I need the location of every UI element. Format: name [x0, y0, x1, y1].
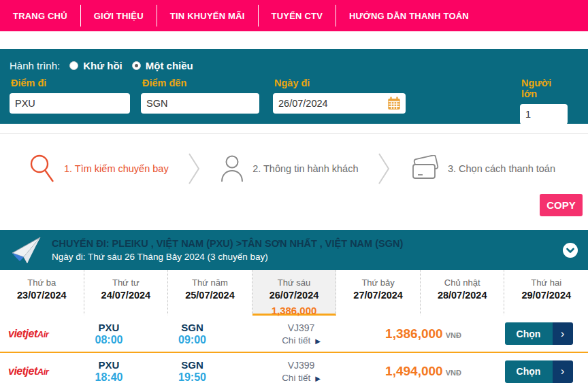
- details-link[interactable]: Chi tiết▶: [245, 335, 357, 346]
- radio-one-way-label: Một chiều: [146, 60, 193, 71]
- adults-label: Người lớn: [521, 78, 568, 99]
- date-tab-mon[interactable]: Thứ hai 29/07/2024: [504, 270, 588, 316]
- tab-day: Thứ ba: [0, 277, 84, 288]
- origin-label: Điểm đi: [11, 78, 130, 88]
- copy-button[interactable]: COPY: [540, 194, 583, 216]
- flight-number: VJ399: [245, 360, 357, 371]
- tab-date: 25/07/2024: [168, 290, 252, 301]
- trip-summary-subtitle: Ngày đi: Thứ sáu 26 Tháng Bảy 2024 (3 ch…: [52, 252, 403, 262]
- vietjet-logo: vietjetAir: [8, 365, 48, 377]
- date-tab-wed[interactable]: Thứ tư 24/07/2024: [84, 270, 169, 316]
- triangle-right-icon: ▶: [315, 375, 321, 382]
- tab-date: 28/07/2024: [421, 290, 504, 301]
- radio-round-trip-label: Khứ hồi: [83, 60, 122, 71]
- tab-day: Thứ sáu: [252, 277, 336, 288]
- arrival-cell: SGN 19:50: [140, 359, 245, 384]
- flight-row: vietjetAir PXU 08:00 SGN 09:00 VJ397 Chi…: [0, 316, 588, 353]
- arrival-time: 19:50: [140, 371, 245, 384]
- origin-input[interactable]: [10, 93, 130, 114]
- depart-date-input[interactable]: [273, 93, 406, 114]
- tab-day: Chủ nhật: [421, 277, 504, 288]
- adults-input[interactable]: [520, 104, 568, 124]
- cards-icon: [410, 155, 440, 182]
- nav-item-recruit-ctv[interactable]: TUYỂN CTV: [259, 0, 336, 31]
- top-navigation: TRANG CHỦ GIỚI THIỆU TIN KHUYẾN MÃI TUYỂ…: [0, 0, 588, 31]
- step-passenger-info: 2. Thông tin hành khách: [220, 154, 358, 183]
- chevron-right-icon[interactable]: ›: [553, 360, 573, 383]
- trip-summary-bar: CHUYẾN ĐI: PLEIKU , VIỆT NAM (PXU) >TÂN …: [0, 230, 588, 270]
- departure-cell: PXU 08:00: [78, 322, 140, 346]
- nav-item-home[interactable]: TRANG CHỦ: [0, 0, 80, 31]
- date-tab-sun[interactable]: Chủ nhật 28/07/2024: [421, 270, 505, 316]
- departure-cell: PXU 18:40: [78, 359, 140, 384]
- select-flight-button[interactable]: Chọn ›: [505, 322, 573, 345]
- tab-date: 26/07/2024: [252, 290, 336, 301]
- vietjet-logo: vietjetAir: [8, 328, 48, 339]
- radio-icon[interactable]: [132, 61, 141, 70]
- arrival-time: 09:00: [140, 334, 245, 346]
- details-link[interactable]: Chi tiết▶: [245, 373, 357, 383]
- step-payment-method: 3. Chọn cách thanh toán: [410, 155, 555, 182]
- tab-day: Thứ hai: [504, 277, 588, 288]
- currency-label: VNĐ: [446, 369, 461, 377]
- tab-day: Thứ tư: [84, 277, 168, 288]
- step-label: 1. Tìm kiếm chuyến bay: [64, 163, 169, 174]
- arrival-code: SGN: [140, 359, 245, 371]
- tab-day: Thứ bảy: [336, 277, 420, 288]
- step-label: 3. Chọn cách thanh toán: [448, 163, 555, 174]
- flight-row: vietjetAir PXU 18:40 SGN 19:50 VJ399 Chi…: [0, 353, 588, 387]
- tab-date: 23/07/2024: [0, 290, 84, 301]
- date-tab-thu[interactable]: Thứ năm 25/07/2024: [168, 270, 252, 316]
- select-label[interactable]: Chọn: [505, 322, 553, 345]
- destination-input[interactable]: [141, 93, 259, 114]
- departure-code: PXU: [78, 322, 140, 333]
- date-tab-sat[interactable]: Thứ bảy 27/07/2024: [336, 270, 421, 316]
- tab-date: 27/07/2024: [336, 290, 420, 301]
- nav-item-payment-guide[interactable]: HƯỚNG DẪN THANH TOÁN: [336, 0, 482, 31]
- chevron-right-icon: [378, 152, 390, 186]
- tab-day: Thứ năm: [168, 277, 252, 288]
- destination-label: Điểm đến: [142, 78, 259, 88]
- departure-time: 18:40: [78, 371, 140, 384]
- calendar-icon[interactable]: [387, 97, 401, 110]
- arrival-code: SGN: [140, 322, 245, 333]
- nav-item-about[interactable]: GIỚI THIỆU: [81, 0, 157, 31]
- tab-lowest-price: 1,386,000: [252, 305, 336, 316]
- radio-icon[interactable]: [69, 61, 78, 70]
- paper-plane-icon: [10, 236, 42, 265]
- triangle-right-icon: ▶: [315, 337, 321, 345]
- tab-date: 29/07/2024: [504, 290, 588, 301]
- trip-type-label: Hành trình:: [10, 60, 60, 71]
- person-icon: [220, 154, 244, 183]
- depart-date-label: Ngày đi: [274, 78, 406, 88]
- radio-one-way[interactable]: Một chiều: [132, 60, 193, 71]
- radio-round-trip[interactable]: Khứ hồi: [69, 60, 122, 71]
- chevron-right-icon: [188, 152, 200, 186]
- departure-code: PXU: [78, 359, 140, 371]
- select-flight-button[interactable]: Chọn ›: [505, 360, 573, 383]
- date-tab-tue[interactable]: Thứ ba 23/07/2024: [0, 270, 84, 316]
- step-search-flights: 1. Tìm kiếm chuyến bay: [27, 153, 169, 184]
- currency-label: VNĐ: [446, 331, 461, 339]
- tab-date: 24/07/2024: [84, 290, 168, 301]
- step-label: 2. Thông tin hành khách: [252, 163, 358, 174]
- fare-price: 1,386,000: [385, 326, 443, 341]
- fare-price: 1,494,000: [385, 364, 443, 378]
- trip-summary-title: CHUYẾN ĐI: PLEIKU , VIỆT NAM (PXU) >TÂN …: [52, 238, 403, 249]
- flight-search-form: Hành trình: Khứ hồi Một chiều Điểm đi Đi…: [0, 49, 588, 124]
- chevron-right-icon[interactable]: ›: [553, 322, 573, 345]
- booking-steps-section: 1. Tìm kiếm chuyến bay 2. Thông tin hành…: [0, 133, 588, 230]
- nav-item-promotions[interactable]: TIN KHUYẾN MÃI: [157, 0, 258, 31]
- date-tab-fri-selected[interactable]: Thứ sáu 26/07/2024 1,386,000: [252, 270, 337, 316]
- date-tab-strip: Thứ ba 23/07/2024 Thứ tư 24/07/2024 Thứ …: [0, 270, 588, 316]
- flight-number: VJ397: [245, 322, 357, 333]
- arrival-cell: SGN 09:00: [140, 322, 245, 346]
- departure-time: 08:00: [78, 334, 140, 346]
- collapse-toggle[interactable]: [562, 242, 578, 258]
- select-label[interactable]: Chọn: [505, 360, 553, 383]
- chevron-down-icon[interactable]: [562, 242, 578, 258]
- search-icon: [27, 153, 56, 184]
